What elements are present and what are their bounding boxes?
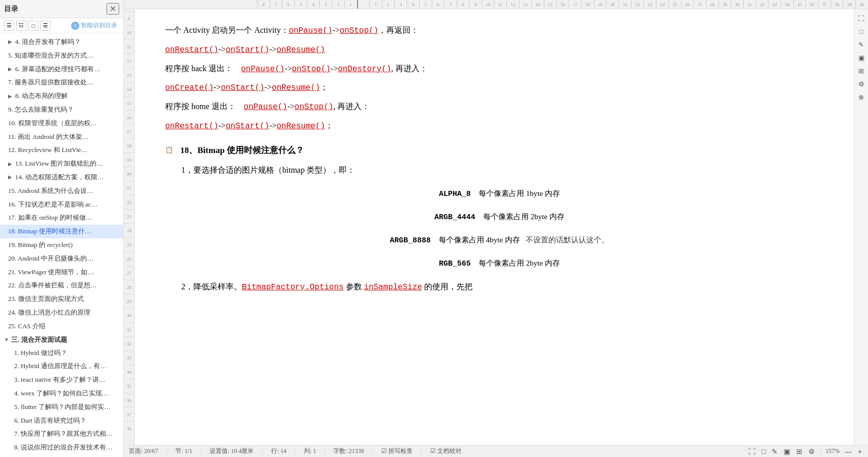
status-line-text: 行: 14 [271,447,286,455]
code-onRestart-home: onRestart() [165,122,219,131]
toc-item-17[interactable]: 17. 如果在 onStop 的时候做… [0,211,123,225]
toc-s3-1[interactable]: 1. Hybrid 做过吗？ [0,346,123,360]
toolbar-btn-2[interactable]: ☷ [16,21,26,31]
toc-item-19[interactable]: 19. Bitmap 的 recycler() [0,238,123,252]
toc-item-20[interactable]: 20. Android 中开启摄像头的… [0,252,123,266]
bitmap-desc-alpha8: 每个像素占用 1byte 内存 [479,189,560,197]
toc-item-16[interactable]: 16. 下拉状态栏是不是影响 ac… [0,198,123,212]
ruler-left: 9 10 11 12 13 14 15 16 17 18 19 20 21 22… [124,9,135,445]
right-tool-layout[interactable]: □ [856,26,866,36]
toc-item-18[interactable]: 18. Bitmap 使用时候注意什… [0,225,123,238]
toc-s3-3[interactable]: 3. react native 有多少了解？讲… [0,373,123,387]
toc-item-13[interactable]: 13. ListView 图片加载错乱的… [0,157,123,171]
zoom-fullscreen-btn[interactable]: ⛶ [747,447,756,455]
bitmap-row-argb8888: ARGB_8888 每个像素占用 4byte 内存 不设置的话默认认这个。 [165,233,834,247]
toc-item-5[interactable]: 5. 知道哪些混合开发的方式… [0,49,123,63]
right-tool-settings[interactable]: ⚙ [856,79,866,89]
toc-item-23[interactable]: 23. 微信主页面的实现方式 [0,292,123,306]
ruler-mark: 21 [619,0,631,9]
toolbar-btn-3[interactable]: □ [28,21,38,31]
toc-label-23: 23. 微信主页面的实现方式 [8,294,84,304]
toc-item-22[interactable]: 22. 点击事件被拦截，但是想… [0,279,123,292]
toc-item-14[interactable]: 14. 动态权限适配方案，权限… [0,171,123,184]
toc-label-6: 6. 屏幕适配的处理技巧都有… [15,64,100,75]
toc-s3-8[interactable]: 8. 说说你用过的混合开发技术有… [0,441,123,454]
toc-item-25[interactable]: 25. CAS 介绍 [0,320,123,333]
toc-item-15[interactable]: 15. Android 系统为什么会设… [0,184,123,198]
code-onResume: onResume() [277,45,325,55]
toc-item-4[interactable]: 4. 混合开发有了解吗？ [0,35,123,49]
status-divider-5: | [324,447,325,455]
heading-18-text: 18、Bitmap 使用时候注意什么？ [180,143,304,159]
toc-s3-9[interactable]: 9. Python 会吗？ [0,454,123,457]
toolbar-btn-1[interactable]: ☰ [4,21,14,31]
zoom-grid-btn[interactable]: ▣ [783,447,791,455]
toc-section-3[interactable]: 三. 混合开发面试题 [0,333,123,346]
zoom-draw-btn[interactable]: ✎ [771,447,779,455]
ruler-mark: 6 [432,0,444,9]
expand-icon-6 [8,65,13,73]
zoom-plus-btn[interactable]: + [857,447,863,455]
sidebar-close-button[interactable]: ✕ [107,3,119,15]
toc-s3-5[interactable]: 5. flutter 了解吗？内部是如何实… [0,400,123,414]
ruler-mark: 25 [669,0,681,9]
status-divider-7: | [421,447,422,455]
toc-s3-6[interactable]: 6. Dart 语言有研究过吗？ [0,414,123,428]
status-spell[interactable]: ☑ 拼写检查 [381,447,413,455]
status-divider-4: | [294,447,295,455]
document-content[interactable]: 一个 Activity 启动另一个 Activity：onPause()->on… [135,9,854,445]
ruler-mark: 18 [581,0,594,9]
ruler-num-10: 10 [124,25,134,39]
doc-intro-line-2: onRestart()->onStart()->onResume() [165,42,834,58]
ai-recognize-button[interactable]: 智能识别目录 [69,20,119,31]
toc-item-10[interactable]: 10. 权限管理系统（底层的权… [0,117,123,130]
toc-label-s3-2: 2. Hybrid 通信原理是什么，有… [14,361,107,372]
right-tool-close[interactable]: ⊗ [856,92,866,102]
toc-item-24[interactable]: 24. 微信上消息小红点的原理 [0,306,123,320]
sidebar-toolbar: ☰ ☷ □ ☰ 智能识别目录 [0,18,123,33]
zoom-settings-btn[interactable]: ⚙ [807,447,816,455]
ai-btn-label: 智能识别目录 [81,21,117,30]
ruler-num-38: 38 [124,421,134,435]
status-compare[interactable]: ☑ 文档校对 [430,447,462,455]
zoom-fit-btn[interactable]: □ [760,447,767,455]
ruler-mark: 16 [556,0,569,9]
right-tool-grid[interactable]: ▣ [856,53,866,63]
toc-item-12[interactable]: 12. Recycleview 和 ListVie… [0,143,123,157]
right-tool-edit[interactable]: ✎ [856,39,866,49]
ruler-mark: 33 [768,0,781,9]
expand-icon-13 [8,160,13,168]
toc-item-11[interactable]: 11. 画出 Android 的大体架… [0,130,123,144]
ruler-mark: 12 [506,0,519,9]
sidebar-header-right: ✕ [107,3,119,15]
ruler-mark: 17 [569,0,581,9]
ruler-num-27: 27 [124,266,134,280]
toc-label-11: 11. 画出 Android 的大体架… [8,132,89,142]
ruler-mark: 26 [681,0,694,9]
toc-item-8[interactable]: 8. 动态布局的理解 [0,89,123,103]
ruler-mark: 5 [294,0,307,9]
toc-item-21[interactable]: 21. ViewPager 使用细节，如… [0,266,123,279]
ruler-num-23: 23 [124,209,134,223]
toc-s3-2[interactable]: 2. Hybrid 通信原理是什么，有… [0,360,123,373]
toc-item-6[interactable]: 6. 屏幕适配的处理技巧都有… [0,63,123,76]
right-tool-table[interactable]: ⊞ [856,66,866,76]
ruler-num-28: 28 [124,280,134,294]
zoom-table-btn[interactable]: ⊞ [795,447,803,455]
ruler-mark: 1 [369,0,382,9]
ruler-num-15: 15 [124,96,134,110]
main-area: 8 7 6 5 4 3 2 1 1 2 3 4 5 6 7 8 9 10 11 … [124,0,868,457]
ruler-mark: 1 [344,0,357,9]
toc-item-7[interactable]: 7. 服务器只提供数据接收处… [0,76,123,89]
right-tool-fullscreen[interactable]: ⛶ [856,13,866,23]
toc-s3-7[interactable]: 7. 快应用了解吗？跟其他方式相… [0,427,123,441]
bitmap-desc-argb4444: 每个像素占用 2byte 内存 [483,213,565,221]
toc-item-9[interactable]: 9. 怎么去除重复代码？ [0,103,123,117]
doc-intro-line-3: 程序按 back 退出： onPause()->onStop()->onDest… [165,62,834,77]
zoom-minus-btn[interactable]: — [844,447,853,455]
status-section-text: 节: 1/1 [175,447,192,455]
status-section: 节: 1/1 [175,447,192,455]
toc-s3-4[interactable]: 4. weex 了解吗？如何自己实现… [0,387,123,400]
code-inSampleSize: inSampleSize [364,283,422,292]
toolbar-btn-4[interactable]: ☰ [40,21,50,31]
